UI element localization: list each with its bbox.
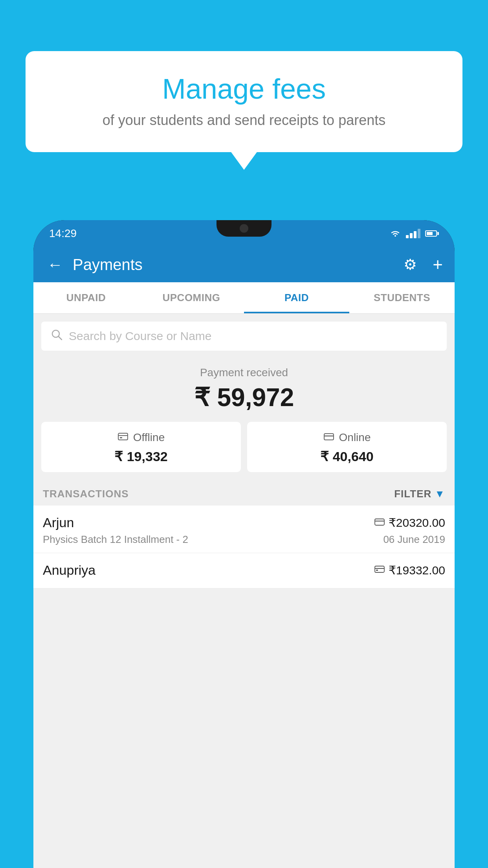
tab-students[interactable]: STUDENTS xyxy=(349,282,455,313)
tab-upcoming[interactable]: UPCOMING xyxy=(139,282,244,313)
filter-icon: ▼ xyxy=(435,488,445,500)
settings-icon[interactable]: ⚙ xyxy=(404,256,417,273)
transactions-header: TRANSACTIONS FILTER ▼ xyxy=(33,480,455,506)
app-header: ← Payments ⚙ + xyxy=(33,247,455,282)
phone-screen: UNPAID UPCOMING PAID STUDENTS Search by … xyxy=(33,282,455,868)
offline-label: Offline xyxy=(133,431,165,444)
back-button[interactable]: ← xyxy=(45,254,65,276)
battery-icon xyxy=(425,230,439,237)
tab-paid[interactable]: PAID xyxy=(244,282,349,313)
table-row[interactable]: Arjun ₹20320.00 Physics Batch 12 Install… xyxy=(33,506,455,553)
transaction-amount-wrap: ₹19332.00 xyxy=(374,563,445,577)
svg-rect-7 xyxy=(375,519,384,525)
transaction-name: Arjun xyxy=(43,515,74,530)
search-bar[interactable]: Search by Course or Name xyxy=(41,322,447,351)
speech-bubble: Manage fees of your students and send re… xyxy=(26,51,462,152)
search-input[interactable]: Search by Course or Name xyxy=(69,329,212,343)
transaction-amount-wrap: ₹20320.00 xyxy=(374,516,445,530)
tabs-bar: UNPAID UPCOMING PAID STUDENTS xyxy=(33,282,455,314)
table-row[interactable]: Anupriya ₹19332.00 xyxy=(33,553,455,588)
transactions-label: TRANSACTIONS xyxy=(43,488,129,500)
payment-summary: Payment received ₹ 59,972 Offline xyxy=(33,355,455,480)
svg-rect-9 xyxy=(375,566,384,572)
signal-icon xyxy=(406,229,420,238)
status-icons xyxy=(389,229,439,238)
svg-line-1 xyxy=(59,337,62,340)
transaction-row-bottom: Physics Batch 12 Installment - 2 06 June… xyxy=(43,533,445,546)
online-card: Online ₹ 40,640 xyxy=(247,422,447,472)
svg-rect-2 xyxy=(118,433,128,440)
bubble-subtitle: of your students and send receipts to pa… xyxy=(49,112,439,129)
filter-button[interactable]: FILTER ▼ xyxy=(394,488,445,500)
offline-icon xyxy=(117,431,128,444)
offline-amount: ₹ 19,332 xyxy=(49,449,233,464)
svg-rect-5 xyxy=(324,434,334,440)
payment-total-amount: ₹ 59,972 xyxy=(41,383,447,412)
tab-unpaid[interactable]: UNPAID xyxy=(33,282,139,313)
online-label: Online xyxy=(339,431,371,444)
transaction-list: Arjun ₹20320.00 Physics Batch 12 Install… xyxy=(33,506,455,588)
svg-rect-4 xyxy=(120,437,122,438)
notch xyxy=(216,220,272,237)
online-amount: ₹ 40,640 xyxy=(255,449,439,464)
camera-dot xyxy=(240,224,248,233)
svg-rect-11 xyxy=(376,570,378,571)
phone-frame: 14:29 xyxy=(33,220,455,868)
transaction-row-top: Arjun ₹20320.00 xyxy=(43,515,445,530)
status-bar: 14:29 xyxy=(33,220,455,247)
payment-type-icon-online xyxy=(374,517,385,529)
header-title: Payments xyxy=(73,256,396,274)
offline-card: Offline ₹ 19,332 xyxy=(41,422,241,472)
transaction-amount: ₹20320.00 xyxy=(389,516,445,530)
transaction-name: Anupriya xyxy=(43,563,95,578)
speech-bubble-container: Manage fees of your students and send re… xyxy=(26,51,462,152)
search-icon xyxy=(51,329,62,344)
add-button[interactable]: + xyxy=(433,255,443,274)
status-time: 14:29 xyxy=(49,227,77,240)
filter-label: FILTER xyxy=(394,488,431,500)
bubble-title: Manage fees xyxy=(49,73,439,105)
payment-type-icon-offline xyxy=(374,564,385,576)
transaction-date: 06 June 2019 xyxy=(383,533,445,546)
payment-received-label: Payment received xyxy=(41,366,447,379)
wifi-icon xyxy=(389,229,401,238)
online-header: Online xyxy=(255,431,439,444)
transaction-description: Physics Batch 12 Installment - 2 xyxy=(43,533,188,546)
transaction-row-top: Anupriya ₹19332.00 xyxy=(43,563,445,578)
online-icon xyxy=(323,431,334,444)
transaction-amount: ₹19332.00 xyxy=(389,563,445,577)
offline-header: Offline xyxy=(49,431,233,444)
payment-cards: Offline ₹ 19,332 Online xyxy=(41,422,447,472)
